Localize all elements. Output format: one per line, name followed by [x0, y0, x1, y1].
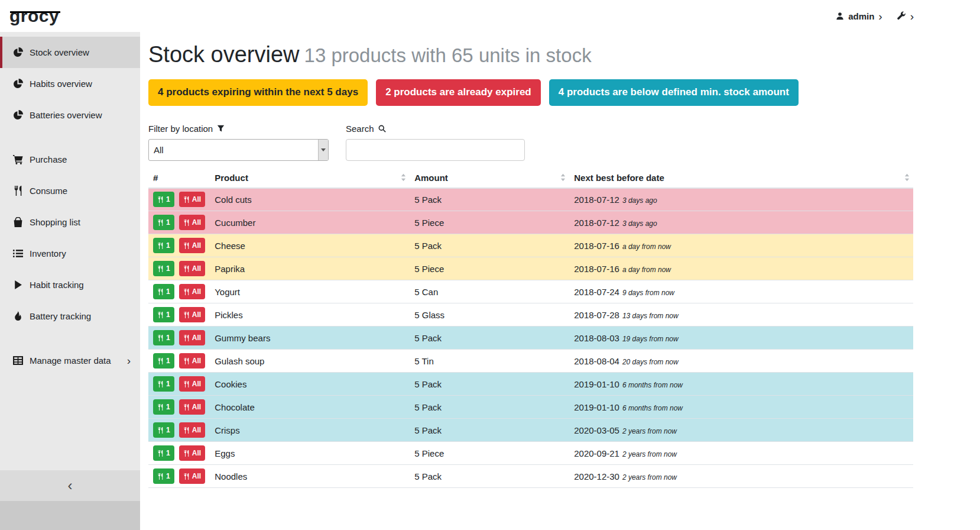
consume-all-button[interactable]: All [179, 261, 205, 276]
utensils-icon [183, 427, 190, 434]
consume-one-label: 1 [166, 380, 170, 388]
table-row: 1 All Paprika 5 Piece 2018-07-16a day fr… [148, 257, 913, 280]
utensils-icon [157, 450, 164, 457]
consume-all-button[interactable]: All [179, 307, 205, 322]
product-name: Yogurt [210, 280, 410, 303]
pie-chart-icon [13, 47, 23, 57]
consume-all-button[interactable]: All [179, 215, 205, 230]
consume-one-button[interactable]: 1 [153, 261, 174, 276]
location-filter-select[interactable]: All [148, 139, 329, 161]
consume-one-button[interactable]: 1 [153, 192, 174, 207]
table-row: 1 All Gummy bears 5 Pack 2018-08-0319 da… [148, 327, 913, 350]
best-before-cell: 2019-01-106 months from now [569, 373, 913, 396]
status-badge[interactable]: 4 products expiring within the next 5 da… [148, 79, 368, 106]
consume-all-label: All [192, 195, 201, 203]
consume-one-button[interactable]: 1 [153, 399, 174, 415]
consume-one-label: 1 [166, 195, 170, 203]
sidebar-item-purchase[interactable]: Purchase [0, 144, 140, 175]
utensils-icon [183, 404, 190, 411]
best-before-cell: 2018-07-123 days ago [569, 211, 913, 234]
consume-one-button[interactable]: 1 [153, 238, 174, 253]
sidebar-collapse-button[interactable]: ‹ [0, 470, 140, 501]
stock-table-body: 1 All Cold cuts 5 Pack 2018-07-123 days … [148, 188, 913, 488]
consume-all-button[interactable]: All [179, 238, 205, 253]
sidebar-item-batteries-overview[interactable]: Batteries overview [0, 99, 140, 131]
best-before-date-value: 2018-07-24 [574, 287, 619, 297]
best-before-cell: 2018-08-0319 days from now [569, 327, 913, 350]
search-input[interactable] [346, 139, 525, 161]
consume-all-button[interactable]: All [179, 192, 205, 207]
consume-all-button[interactable]: All [179, 445, 205, 461]
product-amount: 5 Pack [410, 188, 569, 211]
app-logo[interactable]: grocy [9, 7, 59, 25]
best-before-due: 2 years from now [622, 473, 677, 481]
list-icon [13, 248, 23, 258]
row-actions: 1 All [148, 465, 210, 488]
user-menu[interactable]: admin › [836, 11, 882, 22]
settings-menu[interactable]: › [897, 11, 914, 22]
chevron-right-icon: › [910, 11, 914, 22]
best-before-date-value: 2018-07-16 [574, 264, 619, 274]
best-before-due: 19 days from now [622, 335, 679, 343]
pie-chart-icon [13, 110, 23, 120]
consume-one-label: 1 [166, 311, 170, 319]
product-name: Cheese [210, 234, 410, 257]
consume-one-label: 1 [166, 264, 170, 273]
best-before-cell: 2018-07-123 days ago [569, 188, 913, 211]
sidebar-item-shopping-list[interactable]: Shopping list [0, 206, 140, 238]
consume-all-button[interactable]: All [179, 376, 205, 392]
consume-all-button[interactable]: All [179, 422, 205, 438]
consume-all-button[interactable]: All [179, 353, 205, 369]
consume-all-label: All [192, 449, 201, 457]
product-name: Crisps [210, 419, 410, 442]
consume-one-label: 1 [166, 287, 170, 296]
sidebar-item-inventory[interactable]: Inventory [0, 238, 140, 269]
best-before-due: 13 days from now [622, 312, 679, 320]
best-before-cell: 2018-07-2813 days from now [569, 303, 913, 327]
consume-one-button[interactable]: 1 [153, 422, 174, 438]
consume-one-button[interactable]: 1 [153, 468, 174, 484]
column-header-product[interactable]: Product [210, 168, 410, 188]
product-amount: 5 Piece [410, 257, 569, 280]
column-header-amount[interactable]: Amount [410, 168, 569, 188]
row-actions: 1 All [148, 396, 210, 419]
row-actions: 1 All [148, 419, 210, 442]
consume-one-button[interactable]: 1 [153, 307, 174, 322]
consume-one-button[interactable]: 1 [153, 445, 174, 461]
column-header-best-before[interactable]: Next best before date [569, 168, 913, 188]
status-badges: 4 products expiring within the next 5 da… [148, 79, 913, 106]
best-before-date-value: 2019-01-10 [574, 402, 619, 412]
best-before-due: 6 months from now [622, 381, 683, 389]
consume-one-button[interactable]: 1 [153, 215, 174, 230]
utensils-icon [157, 243, 164, 249]
utensils-icon [183, 473, 190, 480]
table-row: 1 All Cheese 5 Pack 2018-07-16a day from… [148, 234, 913, 257]
consume-all-button[interactable]: All [179, 330, 205, 345]
consume-one-button[interactable]: 1 [153, 284, 174, 299]
best-before-due: 9 days from now [622, 289, 674, 297]
best-before-date-value: 2020-03-05 [574, 425, 619, 435]
product-name: Eggs [210, 442, 410, 465]
consume-one-button[interactable]: 1 [153, 330, 174, 345]
consume-all-button[interactable]: All [179, 399, 205, 415]
status-badge[interactable]: 2 products are already expired [376, 79, 541, 106]
sidebar-item-habit-tracking[interactable]: Habit tracking [0, 269, 140, 300]
table-row: 1 All Cold cuts 5 Pack 2018-07-123 days … [148, 188, 913, 211]
utensils-icon [183, 219, 190, 226]
consume-one-button[interactable]: 1 [153, 353, 174, 369]
product-amount: 5 Tin [410, 350, 569, 373]
sidebar-item-manage-master-data[interactable]: Manage master data › [0, 345, 140, 376]
status-badge[interactable]: 4 products are below defined min. stock … [549, 79, 799, 106]
consume-one-button[interactable]: 1 [153, 376, 174, 392]
filter-icon [217, 125, 225, 132]
sidebar-item-stock-overview[interactable]: Stock overview [0, 37, 140, 68]
sidebar-item-battery-tracking[interactable]: Battery tracking [0, 300, 140, 332]
consume-all-button[interactable]: All [179, 284, 205, 299]
consume-one-label: 1 [166, 472, 170, 480]
product-name: Cucumber [210, 211, 410, 234]
search-icon [378, 125, 386, 132]
sidebar-item-habits-overview[interactable]: Habits overview [0, 68, 140, 99]
sidebar-item-consume[interactable]: Consume [0, 175, 140, 206]
product-amount: 5 Pack [410, 465, 569, 488]
consume-all-button[interactable]: All [179, 468, 205, 484]
